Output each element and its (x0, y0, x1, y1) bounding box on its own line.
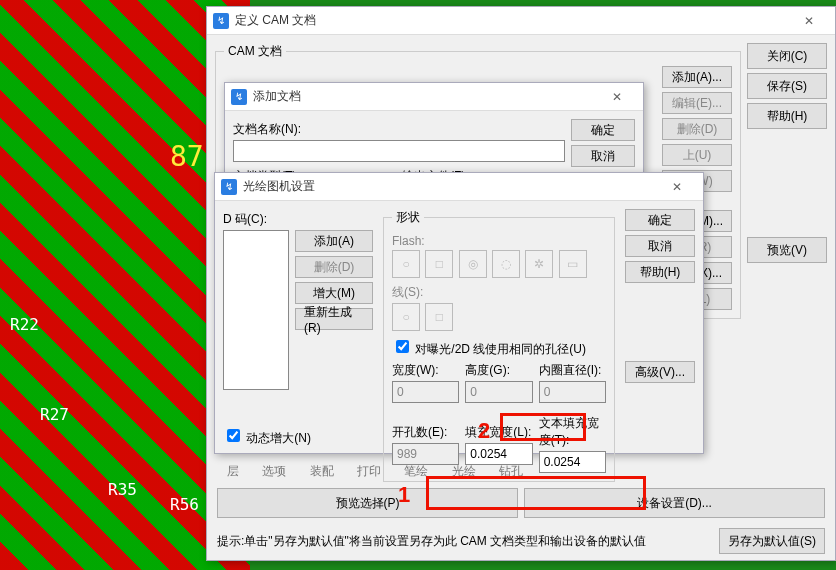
dcode-list[interactable] (223, 230, 289, 390)
enlarge-button[interactable]: 增大(M) (295, 282, 373, 304)
ok-button[interactable]: 确定 (571, 119, 635, 141)
delete-button[interactable]: 删除(D) (662, 118, 732, 140)
shape-thermal-icon[interactable]: ✲ (525, 250, 553, 278)
close-button[interactable]: 关闭(C) (747, 43, 827, 69)
inner-field (539, 381, 606, 403)
dialog-title: 光绘图机设置 (243, 178, 657, 195)
up-button[interactable]: 上(U) (662, 144, 732, 166)
marker-2 (500, 413, 586, 441)
width-field (392, 381, 459, 403)
save-button[interactable]: 保存(S) (747, 73, 827, 99)
ok-button[interactable]: 确定 (625, 209, 695, 231)
cancel-button[interactable]: 取消 (571, 145, 635, 167)
dialog-title: 添加文档 (253, 88, 597, 105)
del-dcode-button[interactable]: 删除(D) (295, 256, 373, 278)
shape-annulus-icon[interactable]: ◌ (492, 250, 520, 278)
regen-button[interactable]: 重新生成(R) (295, 308, 373, 330)
add-button[interactable]: 添加(A)... (662, 66, 732, 88)
help-button[interactable]: 帮助(H) (625, 261, 695, 283)
dialog-title: 定义 CAM 文档 (235, 12, 789, 29)
advanced-button[interactable]: 高级(V)... (625, 361, 695, 383)
fill-width-field[interactable] (465, 443, 532, 465)
edit-button[interactable]: 编辑(E)... (662, 92, 732, 114)
app-icon: ↯ (213, 13, 229, 29)
save-default-button[interactable]: 另存为默认值(S) (719, 528, 825, 554)
close-icon[interactable]: ✕ (597, 83, 637, 110)
pcb-ref: R35 (108, 480, 137, 499)
line-round-icon[interactable]: ○ (392, 303, 420, 331)
hint-text: 提示:单击"另存为默认值"将当前设置另存为此 CAM 文档类型和输出设备的默认值 (217, 533, 713, 550)
shape-custom-icon[interactable]: ▭ (559, 250, 587, 278)
shape-fieldset: 形状 Flash: ○ □ ◎ ◌ ✲ ▭ 线(S): ○ □ 对曝光/2D 线… (383, 209, 615, 482)
marker-1-label: 1 (398, 482, 410, 508)
preview-button[interactable]: 预览(V) (747, 237, 827, 263)
photoplotter-dialog: ↯ 光绘图机设置 ✕ D 码(C): 添加(A) 删除(D) 增大(M) 重新生… (214, 172, 704, 454)
shape-round-icon[interactable]: ○ (392, 250, 420, 278)
shape-square-icon[interactable]: □ (425, 250, 453, 278)
close-icon[interactable]: ✕ (657, 173, 697, 200)
help-button[interactable]: 帮助(H) (747, 103, 827, 129)
cancel-button[interactable]: 取消 (625, 235, 695, 257)
add-doc-name-field[interactable] (233, 140, 565, 162)
pcb-ref: R56 (170, 495, 199, 514)
app-icon: ↯ (221, 179, 237, 195)
pcb-ref: 87 (170, 140, 204, 173)
add-dcode-button[interactable]: 添加(A) (295, 230, 373, 252)
pcb-ref: R22 (10, 315, 39, 334)
holes-field (392, 443, 459, 465)
shape-oval-icon[interactable]: ◎ (459, 250, 487, 278)
expose-check[interactable] (396, 340, 409, 353)
dynamic-enlarge-check[interactable] (227, 429, 240, 442)
marker-1 (426, 476, 646, 510)
text-fill-width-field[interactable] (539, 451, 606, 473)
height-field (465, 381, 532, 403)
line-square-icon[interactable]: □ (425, 303, 453, 331)
marker-2-label: 2 (478, 418, 490, 444)
close-icon[interactable]: ✕ (789, 7, 829, 34)
app-icon: ↯ (231, 89, 247, 105)
pcb-ref: R27 (40, 405, 69, 424)
add-doc-dialog: ↯ 添加文档 ✕ 文档名称(N): 文档类型(T): 输出文件(F): 确定 取… (224, 82, 644, 174)
